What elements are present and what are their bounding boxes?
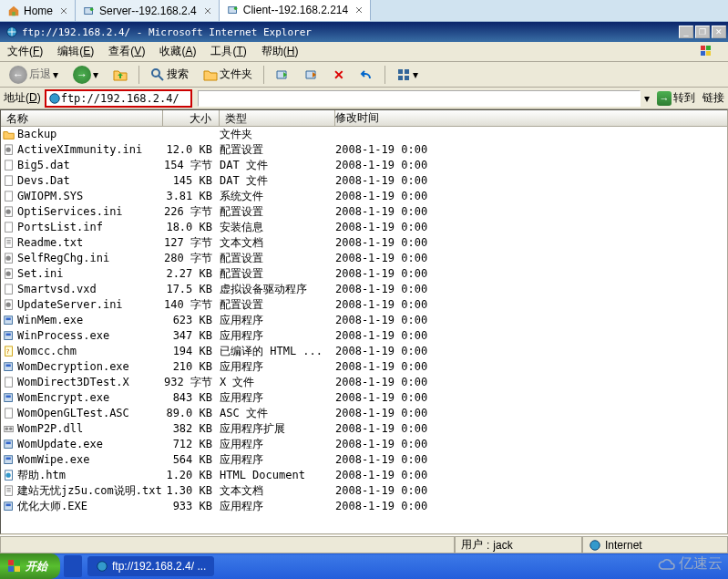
file-row[interactable]: Backup文件夹 (1, 127, 727, 142)
file-row[interactable]: 帮助.htm1.20 KBHTML Document2008-1-19 0:00 (1, 468, 727, 483)
menu-edit[interactable]: 编辑(E) (50, 44, 101, 59)
file-size: 623 KB (163, 313, 220, 328)
close-icon[interactable] (60, 7, 67, 15)
file-name: 帮助.htm (17, 468, 66, 483)
minimize-button[interactable]: _ (679, 26, 693, 38)
file-type: DAT 文件 (220, 173, 335, 189)
col-size[interactable]: 大小 (163, 110, 220, 126)
menu-tools[interactable]: 工具(T) (203, 44, 253, 59)
file-icon (3, 454, 15, 467)
goto-button[interactable] (270, 66, 295, 84)
col-type[interactable]: 类型 (220, 110, 335, 126)
col-name[interactable]: 名称 (1, 110, 163, 126)
file-row[interactable]: WomOpenGLTest.ASC89.0 KBASC 文件2008-1-19 … (1, 406, 727, 421)
file-row[interactable]: Smartvsd.vxd17.5 KB虚拟设备驱动程序2008-1-19 0:0… (1, 282, 727, 297)
menu-help[interactable]: 帮助(H) (254, 44, 306, 59)
file-size: 154 字节 (163, 158, 220, 173)
file-icon (3, 268, 15, 281)
back-button[interactable]: ← 后退 ▾ (4, 64, 64, 86)
file-name: WomP2P.dll (17, 421, 83, 437)
file-size: 127 字节 (163, 235, 220, 251)
undo-button[interactable] (354, 66, 379, 84)
file-icon (3, 361, 15, 374)
file-row[interactable]: Devs.Dat145 KBDAT 文件2008-1-19 0:00 (1, 173, 727, 189)
file-name: WomDirect3DTest.X (17, 375, 129, 390)
svg-rect-39 (6, 364, 11, 367)
file-row[interactable]: Readme.txt127 字节文本文档2008-1-19 0:00 (1, 235, 727, 251)
file-row[interactable]: WomDirect3DTest.X932 字节X 文件2008-1-19 0:0… (1, 375, 727, 390)
svg-point-15 (49, 93, 59, 103)
file-name: 建站无忧jz5u.com说明.txt (17, 483, 162, 499)
go-arrow-icon: → (657, 91, 672, 106)
folders-button[interactable]: 文件夹 (198, 65, 258, 84)
file-name: WomDecryption.exe (17, 359, 129, 375)
file-row[interactable]: Set.ini2.27 KB配置设置2008-1-19 0:00 (1, 266, 727, 282)
file-size: 1.30 KB (163, 483, 220, 499)
menu-bar: 文件(F) 编辑(E) 查看(V) 收藏(A) 工具(T) 帮助(H) (0, 42, 728, 62)
close-icon[interactable] (204, 7, 211, 15)
file-row[interactable]: 建站无忧jz5u.com说明.txt1.30 KB文本文档2008-1-19 0… (1, 483, 727, 499)
file-type: 已编译的 HTML ... (220, 344, 335, 359)
toolbar-separator (138, 66, 139, 84)
file-type: 配置设置 (220, 142, 335, 158)
delete-button[interactable]: ✕ (328, 66, 350, 84)
file-rows: Backup文件夹ActiveXImmunity.ini12.0 KB配置设置2… (1, 127, 727, 514)
file-row[interactable]: PortsList.inf18.0 KB安装信息2008-1-19 0:00 (1, 220, 727, 235)
file-row[interactable]: ?Womcc.chm194 KB已编译的 HTML ...2008-1-19 0… (1, 344, 727, 359)
svg-rect-12 (405, 69, 409, 74)
tab-home[interactable]: Home (0, 0, 76, 21)
file-size: 194 KB (163, 344, 220, 359)
close-button[interactable]: ✕ (712, 26, 726, 38)
chevron-down-icon[interactable]: ▾ (644, 92, 650, 105)
file-row[interactable]: ActiveXImmunity.ini12.0 KB配置设置2008-1-19 … (1, 142, 727, 158)
tab-server[interactable]: Server--192.168.2.4 (76, 0, 220, 21)
file-icon (3, 501, 15, 513)
search-button[interactable]: 搜索 (145, 65, 194, 84)
menu-favorites[interactable]: 收藏(A) (152, 44, 203, 59)
restore-button[interactable]: ❐ (695, 26, 710, 38)
file-row[interactable]: OptiServices.ini226 字节配置设置2008-1-19 0:00 (1, 204, 727, 220)
file-type: 应用程序 (220, 359, 335, 375)
copyto-button[interactable] (299, 66, 324, 84)
go-button[interactable]: → 转到 (653, 90, 699, 106)
links-label[interactable]: 链接 (702, 90, 724, 106)
file-row[interactable]: WomWipe.exe564 KB应用程序2008-1-19 0:00 (1, 452, 727, 468)
file-name: Big5.dat (17, 158, 70, 173)
file-row[interactable]: GWIOPM.SYS3.81 KB系统文件2008-1-19 0:00 (1, 189, 727, 204)
file-type: 配置设置 (220, 266, 335, 282)
address-input[interactable] (61, 91, 189, 106)
file-type: 文件夹 (220, 127, 335, 142)
svg-point-46 (9, 427, 13, 430)
file-row[interactable]: SelfRegChg.ini280 字节配置设置2008-1-19 0:00 (1, 251, 727, 266)
col-modified[interactable]: 修改时间 (335, 110, 572, 126)
file-row[interactable]: WinProcess.exe347 KB应用程序2008-1-19 0:00 (1, 328, 727, 344)
file-row[interactable]: 优化大师.EXE933 KB应用程序2008-1-19 0:00 (1, 499, 727, 514)
tab-client[interactable]: Client--192.168.2.214 (220, 0, 371, 21)
file-type: HTML Document (220, 468, 335, 483)
file-type: 系统文件 (220, 189, 335, 204)
menu-file[interactable]: 文件(F) (0, 44, 50, 59)
start-button[interactable]: 开始 (0, 553, 60, 579)
file-row[interactable]: UpdateServer.ini140 字节配置设置2008-1-19 0:00 (1, 297, 727, 313)
svg-point-31 (6, 302, 11, 306)
file-row[interactable]: WomP2P.dll382 KB应用程序扩展2008-1-19 0:00 (1, 421, 727, 437)
file-icon (3, 408, 15, 420)
file-row[interactable]: WomUpdate.exe712 KB应用程序2008-1-19 0:00 (1, 437, 727, 452)
file-row[interactable]: WomDecryption.exe210 KB应用程序2008-1-19 0:0… (1, 359, 727, 375)
file-type: 应用程序 (220, 328, 335, 344)
undo-icon (359, 67, 374, 82)
forward-button[interactable]: → ▾ (67, 64, 104, 86)
file-icon (3, 470, 15, 482)
file-date: 2008-1-19 0:00 (335, 437, 572, 452)
file-row[interactable]: Big5.dat154 字节DAT 文件2008-1-19 0:00 (1, 158, 727, 173)
taskbar-item-ftp[interactable]: ftp://192.168.2.4/ ... (87, 556, 214, 576)
views-button[interactable]: ▾ (391, 66, 424, 84)
up-button[interactable] (108, 66, 133, 84)
address-field-remainder[interactable] (198, 90, 641, 107)
close-icon[interactable] (355, 6, 363, 14)
file-row[interactable]: WinMem.exe623 KB应用程序2008-1-19 0:00 (1, 313, 727, 328)
menu-view[interactable]: 查看(V) (101, 44, 152, 59)
svg-rect-42 (6, 395, 11, 398)
svg-point-61 (97, 562, 108, 572)
file-row[interactable]: WomEncrypt.exe843 KB应用程序2008-1-19 0:00 (1, 390, 727, 406)
